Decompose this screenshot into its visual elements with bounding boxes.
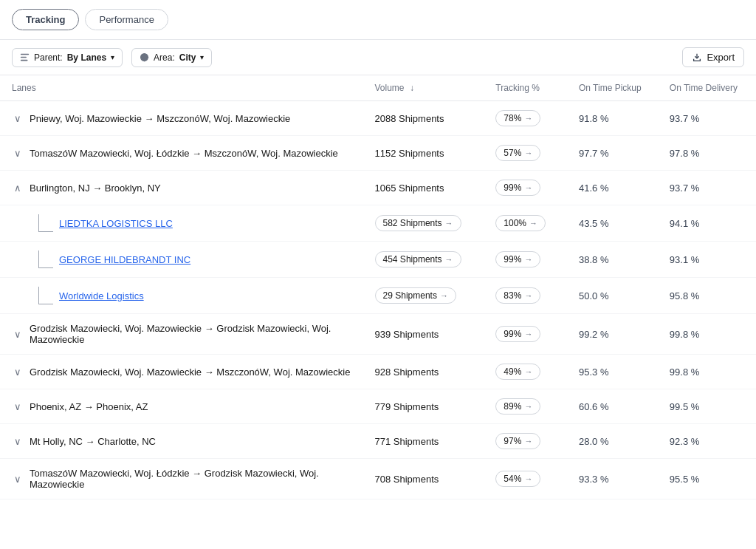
volume-text: 1065 Shipments — [375, 183, 444, 194]
lane-name: Grodzisk Mazowiecki, Woj. Mazowieckie → … — [30, 366, 350, 378]
collapse-icon[interactable]: ∧ — [12, 182, 24, 194]
pickup-cell: 38.8 % — [567, 242, 658, 278]
col-lanes: Lanes — [0, 75, 363, 101]
tracking-cell: 99% → — [484, 314, 567, 355]
tracking-cell: 57% → — [484, 136, 567, 171]
area-label: Area: — [154, 52, 175, 63]
tracking-cell: 99% → — [484, 242, 567, 278]
tracking-badge: 89% → — [495, 398, 540, 415]
volume-text: 771 Shipments — [375, 436, 439, 447]
filter-bar: Parent: By Lanes ▾ Area: City ▾ Export — [0, 40, 756, 75]
table-row: ∨TomaszóW Mazowiecki, Woj. Łódzkie → Msz… — [0, 136, 756, 171]
volume-text: 2088 Shipments — [375, 113, 444, 124]
volume-cell: 939 Shipments — [363, 314, 484, 355]
chevron-down-icon: ▾ — [200, 53, 204, 61]
volume-text: 928 Shipments — [375, 366, 439, 378]
tab-performance[interactable]: Performance — [85, 9, 168, 30]
delivery-cell: 93.7 % — [658, 101, 756, 136]
volume-cell: 2088 Shipments — [363, 101, 484, 136]
table-row: ∨Pniewy, Woj. Mazowieckie → MszczonóW, W… — [0, 101, 756, 136]
top-nav: Tracking Performance — [0, 0, 756, 40]
svg-rect-0 — [21, 54, 29, 55]
table-row: GEORGE HILDEBRANDT INC454 Shipments →99%… — [0, 242, 756, 278]
pickup-cell: 41.6 % — [567, 171, 658, 205]
col-volume[interactable]: Volume ↓ — [363, 75, 484, 101]
lane-cell: GEORGE HILDEBRANDT INC — [0, 242, 363, 278]
expand-icon[interactable]: ∨ — [12, 366, 24, 378]
pickup-cell: 97.7 % — [567, 136, 658, 171]
area-value: City — [179, 52, 196, 63]
svg-rect-1 — [21, 57, 27, 58]
delivery-cell: 95.8 % — [658, 278, 756, 314]
col-pickup: On Time Pickup — [567, 75, 658, 101]
tab-tracking[interactable]: Tracking — [12, 9, 79, 30]
tracking-badge: 99% → — [495, 180, 540, 196]
delivery-cell: 99.8 % — [658, 314, 756, 355]
pickup-cell: 99.2 % — [567, 314, 658, 355]
lane-cell: ∨TomaszóW Mazowiecki, Woj. Łódzkie → Gro… — [0, 459, 363, 499]
lane-name: TomaszóW Mazowiecki, Woj. Łódzkie → Mszc… — [30, 148, 338, 159]
tracking-badge: 100% → — [495, 215, 546, 231]
lane-cell: LIEDTKA LOGISTICS LLC — [0, 205, 363, 242]
lane-cell: ∨Grodzisk Mazowiecki, Woj. Mazowieckie →… — [0, 355, 363, 389]
tracking-cell: 89% → — [484, 389, 567, 424]
expand-icon[interactable]: ∨ — [12, 400, 24, 412]
area-filter[interactable]: Area: City ▾ — [131, 48, 212, 67]
table-row: ∧Burlington, NJ → Brooklyn, NY1065 Shipm… — [0, 171, 756, 205]
volume-text: 708 Shipments — [375, 474, 439, 485]
export-button[interactable]: Export — [682, 47, 744, 67]
volume-cell: 1152 Shipments — [363, 136, 484, 171]
parent-filter[interactable]: Parent: By Lanes ▾ — [12, 48, 123, 67]
volume-badge[interactable]: 454 Shipments → — [375, 251, 461, 267]
lane-cell: Worldwide Logistics — [0, 278, 363, 314]
tracking-badge: 57% → — [495, 145, 540, 161]
lane-cell: ∨Phoenix, AZ → Phoenix, AZ — [0, 389, 363, 424]
volume-badge[interactable]: 582 Shipments → — [375, 215, 461, 231]
tracking-badge: 99% → — [495, 251, 540, 267]
lane-name: Grodzisk Mazowiecki, Woj. Mazowieckie → … — [30, 323, 351, 345]
delivery-cell: 94.1 % — [658, 205, 756, 242]
delivery-cell: 93.7 % — [658, 171, 756, 205]
delivery-cell: 95.5 % — [658, 459, 756, 499]
lane-name: Mt Holly, NC → Charlotte, NC — [30, 436, 156, 447]
table-row: ∨Grodzisk Mazowiecki, Woj. Mazowieckie →… — [0, 314, 756, 355]
volume-cell: 779 Shipments — [363, 389, 484, 424]
expand-icon[interactable]: ∨ — [12, 435, 24, 447]
child-lane-name[interactable]: GEORGE HILDEBRANDT INC — [59, 254, 190, 265]
volume-cell: 708 Shipments — [363, 459, 484, 499]
lane-cell: ∨Pniewy, Woj. Mazowieckie → MszczonóW, W… — [0, 101, 363, 136]
pickup-cell: 91.8 % — [567, 101, 658, 136]
table-row: LIEDTKA LOGISTICS LLC582 Shipments →100%… — [0, 205, 756, 242]
main-table-wrapper: Lanes Volume ↓ Tracking % On Time Pickup… — [0, 75, 756, 499]
table-row: ∨Grodzisk Mazowiecki, Woj. Mazowieckie →… — [0, 355, 756, 389]
tracking-badge: 83% → — [495, 287, 540, 304]
volume-cell: 582 Shipments → — [363, 205, 484, 242]
tree-connector — [38, 250, 53, 268]
lane-cell: ∨Mt Holly, NC → Charlotte, NC — [0, 424, 363, 459]
tracking-badge: 99% → — [495, 326, 540, 342]
volume-text: 1152 Shipments — [375, 148, 444, 159]
tracking-badge: 49% → — [495, 364, 540, 380]
volume-badge[interactable]: 29 Shipments → — [375, 287, 456, 304]
expand-icon[interactable]: ∨ — [12, 473, 24, 485]
tracking-cell: 54% → — [484, 459, 567, 499]
tracking-cell: 78% → — [484, 101, 567, 136]
expand-icon[interactable]: ∨ — [12, 112, 24, 124]
lane-name: Burlington, NJ → Brooklyn, NY — [30, 183, 161, 194]
parent-label: Parent: — [34, 52, 63, 63]
lane-name: TomaszóW Mazowiecki, Woj. Łódzkie → Grod… — [30, 468, 351, 490]
pickup-cell: 93.3 % — [567, 459, 658, 499]
expand-icon[interactable]: ∨ — [12, 147, 24, 159]
child-lane-name[interactable]: LIEDTKA LOGISTICS LLC — [59, 218, 173, 229]
col-delivery: On Time Delivery — [658, 75, 756, 101]
lane-name: Phoenix, AZ → Phoenix, AZ — [30, 401, 148, 412]
child-lane-name[interactable]: Worldwide Logistics — [59, 290, 144, 301]
tracking-badge: 78% → — [495, 110, 540, 126]
tracking-badge: 97% → — [495, 433, 540, 449]
expand-icon[interactable]: ∨ — [12, 328, 24, 340]
table-row: ∨Mt Holly, NC → Charlotte, NC771 Shipmen… — [0, 424, 756, 459]
tracking-badge: 54% → — [495, 471, 540, 487]
table-row: Worldwide Logistics29 Shipments →83% →50… — [0, 278, 756, 314]
volume-cell: 454 Shipments → — [363, 242, 484, 278]
chevron-down-icon: ▾ — [111, 53, 114, 61]
